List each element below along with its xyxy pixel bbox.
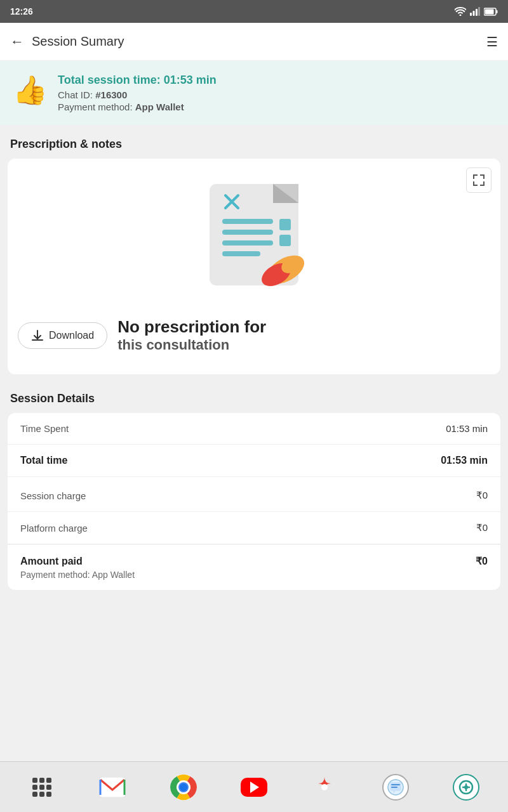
session-charge-value: ₹0	[476, 490, 488, 501]
chat-id: Chat ID: #16300	[58, 89, 217, 100]
thumb-emoji: 👍	[13, 74, 48, 107]
session-info: Total session time: 01:53 min Chat ID: #…	[58, 74, 217, 112]
taskbar	[0, 761, 508, 812]
svg-rect-2	[476, 9, 478, 16]
svg-point-28	[180, 783, 187, 791]
session-charge-row: Session charge ₹0	[8, 480, 500, 512]
messages-icon	[382, 774, 409, 801]
payment-method: Payment method: App Wallet	[58, 102, 217, 112]
session-details-title: Session Details	[0, 379, 508, 413]
svg-rect-6	[497, 10, 498, 13]
app-icon	[453, 774, 479, 801]
photos-icon	[312, 775, 337, 800]
app-bar: ← Session Sumary ☰	[0, 23, 508, 61]
svg-rect-5	[485, 9, 494, 14]
total-time-label: Total time	[20, 455, 67, 466]
expand-button[interactable]	[466, 167, 491, 193]
status-bar: 12:26	[0, 0, 508, 23]
time-spent-row: Time Spent 01:53 min	[8, 413, 500, 445]
expand-icon	[473, 174, 485, 186]
prescription-card: Download No prescription for this consul…	[8, 159, 500, 374]
amount-paid-value: ₹0	[476, 555, 488, 567]
payment-method-value: App Wallet	[135, 102, 184, 112]
no-prescription-text: No prescription for this consultation	[117, 317, 266, 354]
status-icons	[455, 7, 498, 16]
download-icon	[31, 329, 44, 342]
time-spent-value: 01:53 min	[446, 423, 488, 434]
prescription-section-title: Prescription & notes	[0, 125, 508, 159]
app-grid-icon	[32, 778, 51, 797]
back-button[interactable]: ←	[10, 34, 24, 50]
session-banner: 👍 Total session time: 01:53 min Chat ID:…	[0, 61, 508, 125]
app-title: Session Sumary	[32, 34, 124, 49]
svg-rect-12	[222, 219, 273, 224]
session-charge-label: Session charge	[20, 490, 86, 501]
total-time-row: Total time 01:53 min	[8, 445, 500, 477]
app-grid-button[interactable]	[25, 771, 58, 804]
svg-rect-3	[478, 7, 480, 16]
svg-point-29	[321, 784, 328, 790]
amount-paid-label: Amount paid	[20, 556, 83, 567]
platform-charge-value: ₹0	[476, 522, 488, 534]
chat-id-value: #16300	[95, 89, 127, 100]
photos-button[interactable]	[308, 771, 341, 804]
amount-payment-method: Payment method: App Wallet	[20, 570, 488, 580]
youtube-button[interactable]	[237, 771, 271, 804]
session-details-card: Time Spent 01:53 min Total time 01:53 mi…	[8, 413, 500, 590]
youtube-icon	[241, 778, 267, 797]
battery-icon	[484, 8, 498, 16]
chrome-icon	[170, 773, 197, 801]
svg-rect-17	[279, 235, 291, 246]
chrome-button[interactable]	[167, 771, 200, 804]
platform-charge-label: Platform charge	[20, 523, 88, 534]
gmail-icon	[99, 777, 126, 797]
status-time: 12:26	[10, 6, 33, 16]
session-time-label: Total session time: 01:53 min	[58, 74, 217, 87]
messages-button[interactable]	[379, 771, 412, 804]
svg-rect-13	[222, 230, 273, 235]
wifi-icon	[455, 7, 466, 16]
svg-rect-21	[99, 777, 126, 797]
svg-rect-14	[222, 240, 273, 246]
platform-charge-row: Platform charge ₹0	[8, 512, 500, 544]
svg-rect-0	[470, 13, 472, 16]
amount-paid-block: Amount paid ₹0 Payment method: App Walle…	[8, 544, 500, 590]
signal-icon	[470, 7, 480, 16]
prescription-illustration	[184, 171, 324, 298]
svg-rect-1	[473, 11, 475, 16]
total-time-value: 01:53 min	[441, 455, 488, 466]
menu-button[interactable]: ☰	[486, 34, 498, 49]
gmail-button[interactable]	[96, 771, 129, 804]
time-spent-label: Time Spent	[20, 423, 69, 434]
app-button[interactable]	[450, 771, 483, 804]
svg-point-32	[464, 785, 468, 789]
svg-rect-15	[222, 251, 260, 256]
svg-rect-16	[279, 219, 291, 230]
download-button[interactable]: Download	[18, 322, 107, 349]
